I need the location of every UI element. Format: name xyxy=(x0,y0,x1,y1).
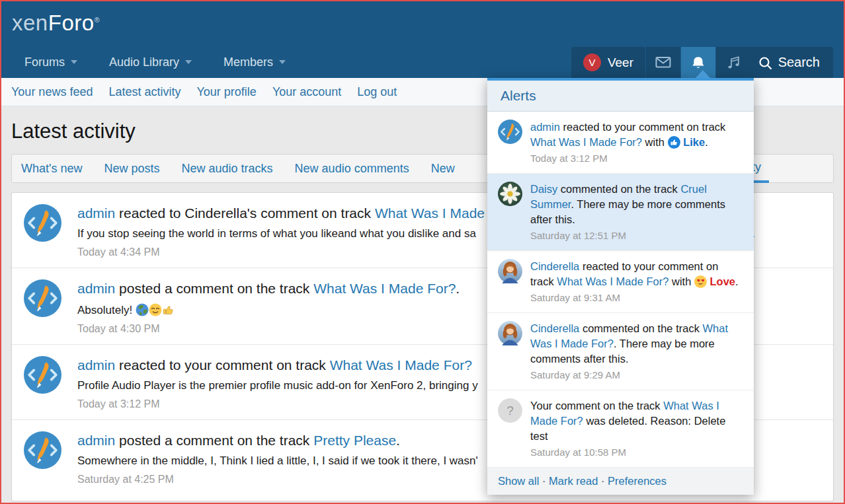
chevron-down-icon xyxy=(71,60,77,64)
admin-avatar[interactable] xyxy=(24,431,61,469)
cinderella-avatar[interactable] xyxy=(498,259,522,283)
track-link[interactable]: What Was I Made For? xyxy=(530,136,642,148)
alert-item[interactable]: admin reacted to your comment on track W… xyxy=(487,112,754,174)
alert-item[interactable]: Cinderella reacted to your comment on tr… xyxy=(487,251,754,313)
alert-text: Your comment on the track What Was I Mad… xyxy=(530,398,743,443)
track-link[interactable]: What Was I Made For? xyxy=(557,275,668,287)
site-logo[interactable]: xenForo® xyxy=(12,11,100,36)
mark-read-link[interactable]: Mark read xyxy=(549,475,598,487)
preferences-link[interactable]: Preferences xyxy=(608,475,666,487)
alert-timestamp: Today at 3:12 PM xyxy=(530,152,743,166)
love-reaction-icon xyxy=(694,275,707,288)
question-avatar: ? xyxy=(498,398,522,423)
tab-whats-new[interactable]: What's new xyxy=(21,162,82,176)
show-all-link[interactable]: Show all xyxy=(498,475,539,487)
like-reaction-icon xyxy=(668,136,680,149)
alert-timestamp: Saturday at 9:31 AM xyxy=(530,291,743,305)
alert-timestamp: Saturday at 9:29 AM xyxy=(530,369,743,382)
user-link[interactable]: Daisy xyxy=(530,183,557,195)
admin-avatar[interactable] xyxy=(24,356,61,394)
alert-text: Cinderella reacted to your comment on tr… xyxy=(530,259,743,289)
popup-arrow xyxy=(696,70,710,78)
thumbs-up-icon xyxy=(162,303,175,316)
relieved-face-icon xyxy=(149,303,162,316)
track-link[interactable]: What Was I Made For? xyxy=(330,357,472,373)
conversations-button[interactable] xyxy=(646,47,680,78)
track-link[interactable]: What Was I Made For? xyxy=(313,281,456,296)
music-icon xyxy=(726,55,741,69)
alert-item-unread[interactable]: Daisy commented on the track Cruel Summe… xyxy=(487,174,754,251)
user-menu-button[interactable]: V Veer xyxy=(571,47,645,78)
user-name: Veer xyxy=(608,55,633,70)
search-cluster: Search xyxy=(745,47,833,78)
subnav-your-account[interactable]: Your account xyxy=(272,85,341,99)
reaction-label: Like xyxy=(683,136,705,148)
search-button[interactable]: Search xyxy=(745,47,833,78)
daisy-avatar[interactable] xyxy=(498,182,522,206)
account-button-cluster: V Veer xyxy=(571,47,750,78)
subnav-your-profile[interactable]: Your profile xyxy=(196,85,256,99)
nav-members[interactable]: Members xyxy=(223,55,286,69)
tab-new-audio-tracks[interactable]: New audio tracks xyxy=(182,162,273,176)
bell-icon xyxy=(691,56,705,69)
main-navigation: Forums Audio Library Members xyxy=(1,46,286,78)
subnav-your-news-feed[interactable]: Your news feed xyxy=(11,85,93,99)
alert-timestamp: Saturday at 12:51 PM xyxy=(530,229,743,243)
user-link[interactable]: admin xyxy=(77,357,115,373)
nav-forums[interactable]: Forums xyxy=(24,55,77,69)
user-link[interactable]: admin xyxy=(77,205,115,221)
nav-audio-library[interactable]: Audio Library xyxy=(109,55,192,69)
user-link[interactable]: Cinderella xyxy=(530,260,579,272)
tab-new-partial[interactable]: New xyxy=(431,162,455,176)
alert-text: Daisy commented on the track Cruel Summe… xyxy=(530,182,743,227)
alerts-popup-title: Alerts xyxy=(487,81,754,112)
alert-text: admin reacted to your comment on track W… xyxy=(530,120,743,150)
mail-icon xyxy=(655,56,671,69)
alerts-popup-footer: Show all · Mark read · Preferences xyxy=(487,468,754,495)
admin-avatar[interactable] xyxy=(24,204,61,242)
alert-timestamp: Saturday at 10:58 PM xyxy=(530,446,743,460)
cinderella-avatar[interactable] xyxy=(498,321,522,345)
globe-icon xyxy=(136,303,149,316)
reaction-label: Love xyxy=(709,275,735,287)
user-link[interactable]: admin xyxy=(530,121,560,133)
user-link[interactable]: Cinderella xyxy=(530,322,579,334)
alerts-popup: Alerts admin reacted to your comment on … xyxy=(487,78,754,495)
tab-new-posts[interactable]: New posts xyxy=(104,162,159,176)
admin-avatar[interactable] xyxy=(498,120,522,144)
user-link[interactable]: admin xyxy=(77,281,115,296)
subnav-log-out[interactable]: Log out xyxy=(357,85,397,99)
alert-item[interactable]: Cinderella commented on the track What W… xyxy=(487,313,754,390)
track-link[interactable]: Pretty Please xyxy=(313,433,396,448)
browser-viewport: xenForo® Forums Audio Library Members V … xyxy=(0,0,845,504)
chevron-down-icon xyxy=(279,60,286,64)
admin-avatar[interactable] xyxy=(24,279,61,317)
tab-new-audio-comments[interactable]: New audio comments xyxy=(295,162,409,176)
user-link[interactable]: admin xyxy=(77,433,115,448)
alert-item[interactable]: ? Your comment on the track What Was I M… xyxy=(487,390,754,468)
subnav-latest-activity[interactable]: Latest activity xyxy=(108,85,181,99)
site-header: xenForo® Forums Audio Library Members V … xyxy=(1,1,844,78)
user-avatar: V xyxy=(583,54,601,71)
chevron-down-icon xyxy=(185,60,192,64)
alert-text: Cinderella commented on the track What W… xyxy=(530,321,743,366)
search-icon xyxy=(758,56,772,69)
